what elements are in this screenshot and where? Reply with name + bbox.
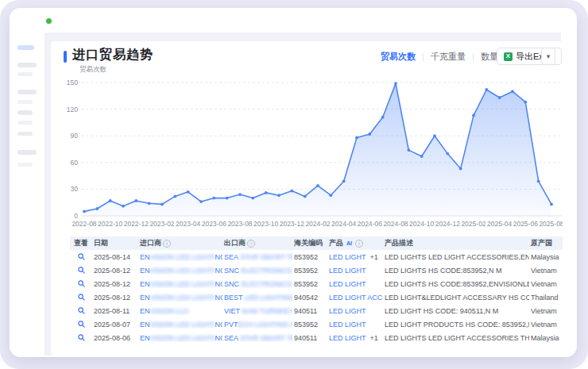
tab-trade-count[interactable]: 贸易次数: [373, 51, 423, 63]
redacted-text: ELECTRONICS VI: [239, 267, 292, 275]
cell-exporter[interactable]: SEA STAR SMART TECH ...: [222, 334, 292, 342]
cell-importer[interactable]: ENVISION LED LIGHTING L...: [138, 267, 222, 275]
svg-text:120: 120: [67, 106, 78, 113]
cell-view[interactable]: [70, 294, 92, 301]
cell-exporter[interactable]: SEA STAR SMART TECH ...: [222, 253, 292, 261]
redacted-text: VISION LED LIGHTI: [150, 280, 215, 288]
view-detail-icon[interactable]: [78, 334, 85, 341]
svg-text:2024-12: 2024-12: [435, 220, 460, 228]
cell-importer[interactable]: ENVISION LED LIGHTING L...: [138, 334, 222, 342]
view-detail-icon[interactable]: [78, 294, 85, 301]
cell-view[interactable]: [70, 253, 92, 260]
column-header-hs: 海关编码: [292, 238, 327, 248]
svg-text:2023-12: 2023-12: [280, 220, 304, 228]
sidebar-item[interactable]: [17, 63, 37, 67]
sidebar-item[interactable]: [17, 100, 33, 104]
cell-product[interactable]: LED LIGHT: [327, 307, 383, 315]
cell-view[interactable]: [70, 307, 92, 314]
app-window: 进口贸易趋势 贸易次数 千克重量 数量 美元总价 X 导出Excel ▾ 贸易次…: [10, 8, 577, 357]
cell-importer[interactable]: ENVISION LED LIGHTING L...: [138, 321, 222, 329]
svg-text:2023-08: 2023-08: [227, 220, 252, 228]
svg-text:2022-10: 2022-10: [98, 220, 122, 228]
cell-description: LED LIGHTS LED LIGHT ACCESSORIES THIS SH…: [383, 334, 529, 342]
cell-view[interactable]: [70, 280, 92, 287]
product-link[interactable]: LED LIGHT: [329, 307, 366, 315]
cell-date: 2025-08-14: [92, 253, 138, 261]
sidebar-item[interactable]: [17, 72, 33, 76]
table-row: 2025-08-06ENVISION LED LIGHTING L...SEA …: [70, 331, 563, 344]
column-header-exporter: 出口商i: [222, 238, 292, 248]
maximize-window-icon[interactable]: [46, 18, 52, 24]
cell-exporter[interactable]: PVTECH LIGHTING NEW VI...: [222, 321, 292, 329]
view-detail-icon[interactable]: [78, 267, 85, 274]
product-link[interactable]: LED LIGHT: [329, 253, 366, 261]
cell-date: 2025-08-12: [92, 280, 138, 288]
cell-exporter[interactable]: SNC ELECTRONICS VIET...: [222, 267, 292, 275]
y-axis-unit-label: 贸易次数: [79, 65, 106, 75]
table-header-row: 查看日期进口商i出口商i海关编码产品AIi产品描述原产国: [70, 236, 563, 250]
cell-exporter[interactable]: BEST LED LIGHTING THA...: [222, 294, 292, 302]
sidebar-item[interactable]: [17, 121, 33, 125]
product-link[interactable]: LED LIGHT: [329, 321, 366, 329]
view-detail-icon[interactable]: [78, 280, 85, 287]
cell-product[interactable]: LED LIGHT: [327, 280, 383, 288]
cell-importer[interactable]: ENVISION LED LIGHTING L...: [138, 294, 222, 302]
redacted-text: VISION LED LIGHTI: [150, 267, 215, 275]
table-row: 2025-08-14ENVISION LED LIGHTING L...SEA …: [70, 250, 563, 263]
cell-importer[interactable]: ENVISION LED LIGHTING L...: [138, 280, 222, 288]
cell-exporter[interactable]: VIET NAM TURNKEY E: [222, 307, 292, 315]
cell-importer[interactable]: ENVISION LED LIGHTING L...: [138, 253, 222, 261]
cell-exporter[interactable]: SNC ELECTRONICS VIET...: [222, 280, 292, 288]
cell-hs-code: 940511: [292, 334, 327, 342]
cell-description: LED LIGHT PRODUCTS HS CODE: 853952,NUWAT…: [383, 321, 529, 329]
cell-product[interactable]: LED LIGHT+1: [327, 334, 383, 342]
cell-description: LED LIGHT&LEDLIGHT ACCESSARY HS CODE: 94…: [383, 294, 529, 302]
cell-importer[interactable]: ENVISION LLC: [138, 307, 222, 315]
svg-text:2024-04: 2024-04: [331, 220, 356, 228]
cell-date: 2025-08-07: [92, 321, 138, 329]
sidebar-item[interactable]: [17, 132, 33, 136]
svg-text:2023-02: 2023-02: [149, 220, 174, 228]
view-detail-icon[interactable]: [78, 321, 85, 328]
cell-view[interactable]: [70, 267, 92, 274]
redacted-text: STAR SMART TE: [238, 334, 292, 342]
cell-product[interactable]: LED LIGHT ACCESSORY: [327, 294, 383, 302]
view-detail-icon[interactable]: [78, 307, 85, 314]
svg-text:150: 150: [67, 79, 78, 86]
cell-view[interactable]: [70, 334, 92, 341]
cell-description: LED LIGHTS HS CODE:853952,ENVISIONLED: [383, 280, 529, 288]
cell-date: 2025-08-12: [92, 294, 138, 302]
product-link[interactable]: LED LIGHT ACCESSORY: [329, 294, 383, 302]
product-extra-count[interactable]: +1: [370, 253, 378, 261]
info-icon[interactable]: i: [247, 240, 255, 248]
product-link[interactable]: LED LIGHT: [329, 267, 366, 275]
cell-description: LED LIGHTS HS CODE:853952,N M: [383, 267, 529, 275]
column-header-importer: 进口商i: [138, 238, 222, 248]
export-dropdown-button[interactable]: ▾: [541, 48, 555, 65]
svg-text:2023-06: 2023-06: [202, 220, 226, 228]
redacted-text: VISION LED LIGHTI: [150, 294, 215, 302]
sidebar-item[interactable]: [17, 90, 37, 94]
sidebar-item-active[interactable]: [17, 45, 34, 50]
product-link[interactable]: LED LIGHT: [329, 280, 366, 288]
sidebar-item[interactable]: [17, 150, 37, 155]
cell-product[interactable]: LED LIGHT+1: [327, 253, 383, 261]
trade-records-table: 查看日期进口商i出口商i海关编码产品AIi产品描述原产国 2025-08-14E…: [70, 236, 563, 344]
product-extra-count[interactable]: +1: [370, 334, 378, 342]
sidebar-item[interactable]: [17, 163, 33, 167]
table-row: 2025-08-12ENVISION LED LIGHTING L...SNC …: [70, 277, 563, 290]
excel-icon: X: [504, 52, 513, 61]
tab-kg-weight[interactable]: 千克重量: [424, 51, 473, 63]
redacted-text: VISION LLC: [150, 307, 190, 315]
view-detail-icon[interactable]: [78, 253, 85, 260]
cell-view[interactable]: [70, 321, 92, 328]
table-row: 2025-08-11ENVISION LLCVIET NAM TURNKEY E…: [70, 304, 563, 317]
column-header-desc: 产品描述: [383, 238, 529, 248]
sidebar-item[interactable]: [17, 110, 33, 115]
info-icon[interactable]: i: [355, 240, 363, 248]
product-link[interactable]: LED LIGHT: [329, 334, 366, 342]
svg-text:60: 60: [71, 159, 79, 167]
cell-product[interactable]: LED LIGHT: [327, 321, 383, 329]
cell-product[interactable]: LED LIGHT: [327, 267, 383, 275]
info-icon[interactable]: i: [163, 240, 171, 248]
